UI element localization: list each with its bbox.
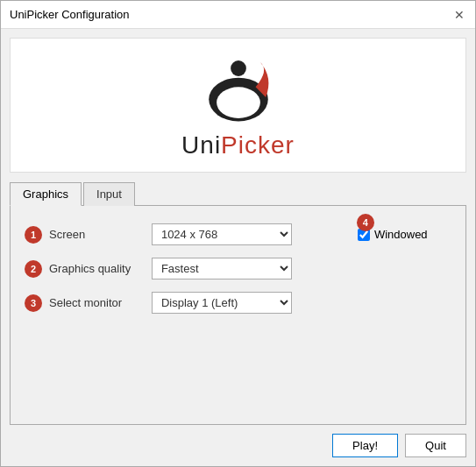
monitor-label-row: 3 Select monitor [25, 294, 143, 312]
screen-num: 1 [25, 226, 42, 244]
monitor-label: Select monitor [49, 296, 122, 309]
settings-grid: 1 Screen 1024 x 768 800 x 600 1280 x 720… [25, 223, 451, 314]
screen-label-row: 1 Screen [25, 226, 143, 244]
windowed-area: 4 Windowed [353, 228, 451, 241]
play-button[interactable]: Play! [332, 434, 398, 457]
svg-point-1 [231, 60, 246, 76]
title-bar: UniPicker Configuration ✕ [1, 1, 475, 29]
monitor-num: 3 [25, 294, 42, 312]
windowed-label: Windowed [374, 228, 428, 241]
window-title: UniPicker Configuration [10, 8, 130, 21]
tabs-area: Graphics Input 1 Screen 1024 x 768 800 x… [10, 181, 466, 425]
bottom-bar: Play! Quit [1, 425, 475, 466]
windowed-num: 4 [357, 214, 374, 231]
quality-select[interactable]: Fastest Fast Simple Good Beautiful Fanta… [152, 258, 292, 279]
quit-button[interactable]: Quit [405, 434, 466, 457]
logo-uni: Uni [181, 131, 221, 159]
close-button[interactable]: ✕ [452, 8, 466, 22]
tab-row: Graphics Input [10, 181, 466, 206]
tab-graphics[interactable]: Graphics [10, 182, 82, 206]
app-window: UniPicker Configuration ✕ UniPicker Grap… [0, 0, 476, 467]
tab-input[interactable]: Input [83, 182, 135, 206]
logo-icon [199, 54, 278, 124]
screen-label: Screen [49, 228, 85, 241]
svg-point-2 [217, 87, 260, 118]
logo-area: UniPicker [10, 38, 466, 173]
quality-label: Graphics quality [49, 262, 131, 275]
logo-picker: Picker [221, 131, 295, 159]
tab-content-graphics: 1 Screen 1024 x 768 800 x 600 1280 x 720… [10, 206, 466, 425]
screen-select[interactable]: 1024 x 768 800 x 600 1280 x 720 1920 x 1… [152, 223, 292, 245]
quality-label-row: 2 Graphics quality [25, 260, 143, 278]
quality-num: 2 [25, 260, 42, 278]
monitor-select[interactable]: Display 1 (Left) Display 2 (Right) [152, 292, 292, 314]
logo-text: UniPicker [181, 131, 295, 159]
